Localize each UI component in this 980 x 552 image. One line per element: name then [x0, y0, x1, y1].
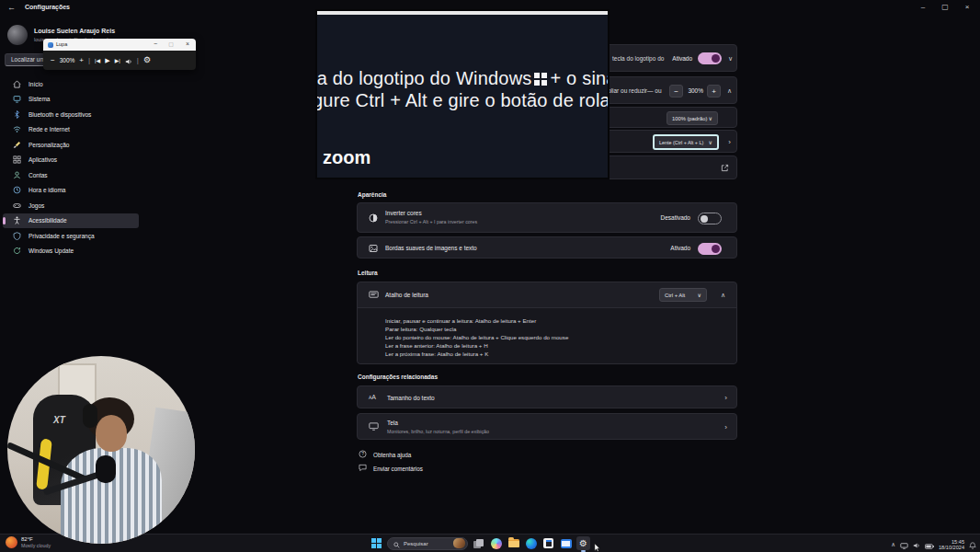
gear-icon[interactable]: ⚙	[143, 56, 151, 64]
store-button[interactable]	[541, 536, 555, 550]
zoom-out-button[interactable]: −	[51, 57, 55, 64]
text-size-icon: AA	[369, 394, 376, 400]
skip-forward-icon[interactable]: ▶|	[115, 58, 120, 63]
reading-shortcut-dropdown[interactable]: Ctrl + Alt ∨	[659, 288, 707, 302]
maximize-button[interactable]: ▢	[934, 0, 956, 14]
minimize-icon[interactable]: −	[154, 40, 157, 47]
brush-icon	[12, 140, 21, 149]
shield-icon	[12, 231, 21, 240]
smooth-edges-row[interactable]: Bordas suaves de imagens e texto Ativado	[357, 236, 737, 259]
close-icon[interactable]: ×	[186, 40, 189, 47]
display-row[interactable]: Tela Monitores, brilho, luz noturna, per…	[357, 413, 737, 440]
zoom-in-button[interactable]: +	[79, 57, 84, 64]
text-size-title: Tamanho do texto	[387, 395, 435, 401]
magnifier-toggle[interactable]	[698, 52, 722, 64]
system-tray: ∧ 15:45 18/10/2024	[891, 536, 976, 552]
zoom-increase-button[interactable]: +	[707, 85, 721, 98]
send-feedback-link[interactable]: Enviar comentários	[359, 464, 423, 473]
start-button[interactable]	[370, 536, 383, 550]
desktop-screen: { "titlebar": { "title": "Configurações"…	[0, 0, 980, 552]
back-icon[interactable]: ←	[7, 3, 16, 12]
help-icon: ?	[359, 450, 367, 459]
maximize-icon[interactable]: ▢	[168, 40, 174, 47]
task-view-button[interactable]	[472, 536, 485, 550]
magnifier-window-title: Lupa	[56, 41, 67, 47]
invert-colors-toggle[interactable]	[698, 213, 722, 224]
chevron-right-icon: ›	[724, 394, 727, 402]
chevron-right-icon[interactable]: ›	[728, 138, 731, 146]
reading-instruction: Parar leitura: Qualquer tecla	[385, 325, 736, 333]
invert-colors-row[interactable]: Inverter cores Pressionar Ctrl + Alt + I…	[357, 202, 737, 233]
get-help-link[interactable]: ? Obtenha ajuda	[359, 450, 411, 459]
zoom-level-value: 300%	[688, 87, 703, 94]
zoom-decrease-button[interactable]: −	[669, 85, 683, 98]
close-button[interactable]: ×	[956, 0, 978, 14]
sidebar-item-label: Privacidade e segurança	[28, 233, 95, 239]
weather-condition: Mostly cloudy	[21, 543, 51, 548]
external-link-icon[interactable]	[721, 164, 729, 172]
headphones	[83, 404, 97, 428]
sidebar-item-jogos[interactable]: Jogos	[3, 198, 139, 213]
text-size-row[interactable]: AA Tamanho do texto ›	[357, 385, 737, 408]
sidebar-item-personalizacao[interactable]: Personalização	[3, 137, 139, 153]
file-explorer-button[interactable]	[507, 536, 520, 550]
related-heading: Configurações relacionadas	[358, 374, 438, 380]
chevron-up-icon[interactable]: ∧	[721, 292, 725, 299]
mail-button[interactable]	[559, 536, 573, 550]
reading-shortcut-value: Ctrl + Alt	[665, 293, 685, 298]
display-tray-icon[interactable]	[900, 536, 908, 552]
voice-icon[interactable]	[125, 52, 132, 69]
minimize-button[interactable]: –	[912, 0, 934, 14]
settings-taskbar-button[interactable]: ⚙	[576, 536, 590, 550]
play-icon[interactable]: ▶	[105, 57, 109, 63]
sidebar-item-label: Bluetooth e dispositivos	[28, 111, 91, 118]
clock-widget[interactable]: 15:45 18/10/2024	[939, 539, 964, 551]
sidebar-item-rede[interactable]: Rede e Internet	[3, 122, 139, 138]
chevron-down-icon[interactable]: ∨	[728, 55, 733, 63]
zoom-increment-dropdown[interactable]: 100% (padrão) ∨	[667, 111, 718, 125]
chevron-up-icon[interactable]: ∧	[727, 87, 732, 95]
sidebar-item-acessibilidade[interactable]: Acessibilidade	[3, 213, 139, 229]
notification-bell-icon[interactable]	[969, 536, 976, 552]
edge-button[interactable]	[524, 536, 538, 550]
sidebar-item-bluetooth[interactable]: Bluetooth e dispositivos	[3, 107, 139, 122]
sidebar-item-contas[interactable]: Contas	[3, 167, 139, 183]
home-icon	[12, 79, 21, 88]
tray-expand-icon[interactable]: ∧	[891, 541, 895, 548]
sidebar-item-privacidade[interactable]: Privacidade e segurança	[3, 228, 139, 244]
magnifier-lens: la do logotipo do Windows+ o sinal d gur…	[315, 9, 610, 179]
get-help-label: Obtenha ajuda	[373, 452, 411, 458]
accessibility-icon	[12, 216, 21, 225]
enable-row-text-fragment: tecla do logotipo do	[612, 55, 664, 62]
sidebar-item-aplicativos[interactable]: Aplicativos	[3, 153, 139, 168]
mail-icon	[561, 539, 572, 548]
battery-icon[interactable]	[925, 536, 934, 552]
magnifier-toolbar-titlebar[interactable]: Lupa − ▢ ×	[43, 39, 196, 51]
sidebar-item-windows-update[interactable]: Windows Update	[3, 244, 139, 259]
sidebar-item-hora[interactable]: Hora e idioma	[3, 183, 139, 199]
avatar[interactable]	[7, 25, 28, 45]
copilot-icon	[491, 538, 502, 549]
taskbar-search[interactable]: Pesquisar	[387, 537, 468, 550]
weather-widget[interactable]: 82°F Mostly cloudy	[6, 536, 51, 548]
task-view-icon	[473, 539, 484, 548]
speaker-icon[interactable]	[913, 536, 920, 552]
skip-back-icon[interactable]: |◀	[95, 58, 100, 63]
copilot-button[interactable]	[489, 536, 503, 550]
smooth-status-label: Ativado	[670, 245, 690, 251]
view-mode-dropdown[interactable]: Lente (Ctrl + Alt + L) ∨	[653, 134, 719, 150]
search-icon	[393, 535, 400, 552]
sidebar-item-label: Sistema	[28, 96, 50, 102]
display-title: Tela	[387, 420, 398, 426]
magnifier-toolbar-controls: − 300% + | |◀ ▶ ▶| | ⚙	[43, 51, 196, 70]
sidebar-item-sistema[interactable]: Sistema	[3, 92, 139, 108]
display-subtitle: Monitores, brilho, luz noturna, perfil d…	[387, 429, 489, 434]
chevron-down-icon: ∨	[709, 139, 712, 145]
sidebar-item-label: Hora e idioma	[28, 187, 65, 193]
sidebar-item-inicio[interactable]: Início	[3, 76, 139, 92]
update-icon	[12, 247, 21, 256]
invert-status-label: Desativado	[660, 214, 690, 221]
windows-logo-icon	[371, 538, 382, 548]
smooth-edges-toggle[interactable]	[698, 243, 722, 255]
wifi-icon	[12, 125, 21, 134]
